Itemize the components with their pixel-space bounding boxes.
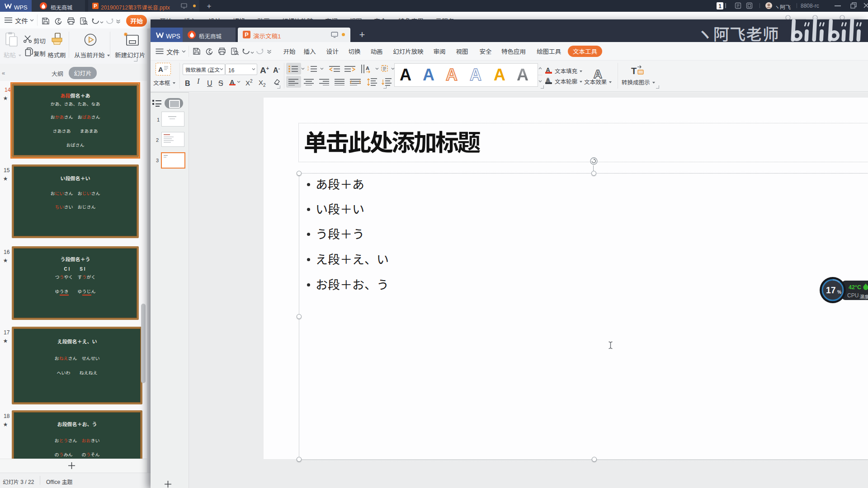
svg-text:A: A [366, 66, 369, 71]
svg-text:2: 2 [307, 68, 309, 71]
svg-text:P: P [245, 31, 249, 38]
svg-text:P: P [94, 3, 97, 9]
